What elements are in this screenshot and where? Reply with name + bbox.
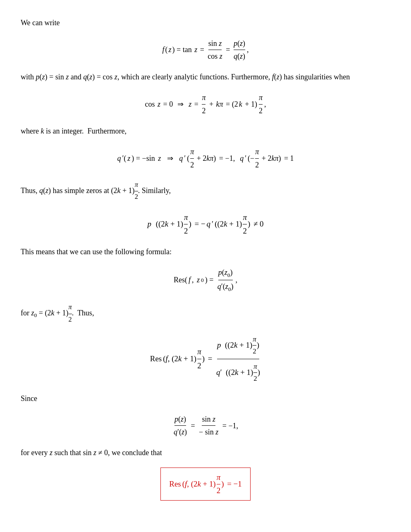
for-z0-text: for z0 = (2k + 1)π2. Thus, bbox=[21, 302, 390, 325]
frac-pz-qz: p(z) q(z) bbox=[234, 38, 245, 63]
frac-pi2-res1: π 2 bbox=[197, 346, 201, 372]
frac-pi2-a: π 2 bbox=[184, 211, 188, 238]
with-pq-text: with p(z) = sin z and q(z) = cos z, whic… bbox=[21, 71, 390, 83]
formula-cosz-zeros: cos z = 0 ⇒ z = π 2 + kπ = (2k + 1) π 2 … bbox=[21, 92, 390, 117]
frac-pi2-b: π 2 bbox=[243, 211, 246, 238]
frac-pi-2b: π 2 bbox=[259, 92, 263, 117]
where-k-text: where k is an integer. Furthermore, bbox=[21, 125, 390, 138]
formula-res: Res(f, z0) = p(z0) q′(z0) , bbox=[21, 267, 390, 293]
formula-p-eq-neg-qprime: p ((2k + 1) π 2 ) = −q′ ((2k + 1) π 2 ) … bbox=[21, 211, 390, 238]
frac-neg-pi2-2kpi: π 2 bbox=[255, 146, 259, 171]
frac-pz0-qprimez0: p(z0) q′(z0) bbox=[217, 267, 234, 293]
since-text: Since bbox=[21, 392, 390, 405]
formula-final: Res (f, (2k + 1) π 2 ) = −1 bbox=[21, 468, 390, 501]
frac-res-big: p ((2k + 1) π 2 ) q′ ((2k + 1) bbox=[216, 334, 260, 384]
frac-sinz-cosz: sin z cos z bbox=[208, 38, 222, 63]
boxed-result: Res (f, (2k + 1) π 2 ) = −1 bbox=[160, 468, 250, 501]
frac-pz-qprimez: p(z) q′(z) bbox=[174, 413, 187, 439]
frac-pi2-2kpi: π 2 bbox=[190, 146, 194, 171]
frac-sinz-negsinz: sin z − sin z bbox=[199, 413, 218, 439]
intro-label: We can write bbox=[21, 19, 60, 27]
this-means-text: This means that we can use the following… bbox=[21, 246, 390, 258]
thus-qz-text: Thus, q(z) has simple zeros at (2k + 1)π… bbox=[21, 179, 390, 203]
formula-f-tan: f(z) = tan z = sin z cos z = p(z) q(z) , bbox=[21, 38, 390, 63]
frac-pi-2: π 2 bbox=[202, 92, 206, 117]
formula-res-explicit: Res (f, (2k + 1) π 2 ) = p ((2k + 1) π bbox=[21, 334, 390, 384]
formula-pz-qprimez: p(z) q′(z) = sin z − sin z = −1, bbox=[21, 413, 390, 439]
intro-text: We can write bbox=[21, 17, 390, 29]
main-content: We can write f(z) = tan z = sin z cos z … bbox=[21, 17, 390, 501]
formula-qprime: q′(z) = −sin z ⇒ q′ ( π 2 + 2kπ) = −1, q… bbox=[21, 146, 390, 171]
for-every-text: for every z such that sin z ≠ 0, we conc… bbox=[21, 446, 390, 459]
